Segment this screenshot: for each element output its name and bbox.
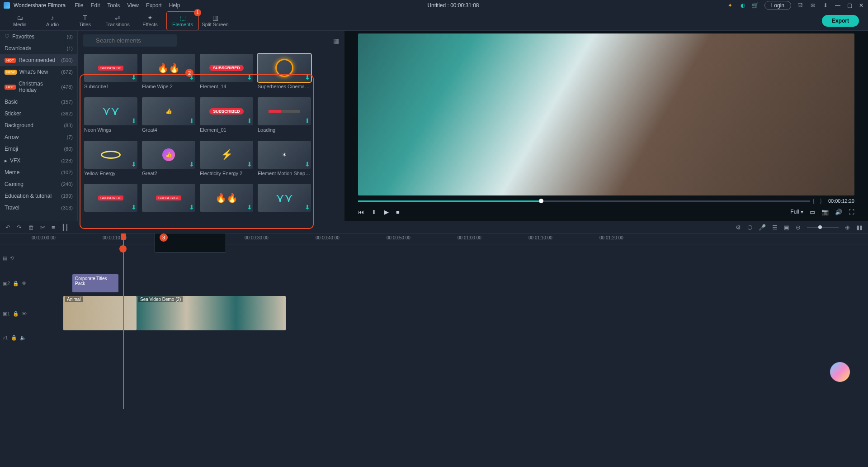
download-arrow-icon[interactable]: ⬇: [131, 161, 137, 168]
clip-video-animal[interactable]: Animal: [63, 296, 137, 330]
element-thumbnail[interactable]: ⋎⋎⬇: [258, 184, 311, 212]
download-icon[interactable]: ⬇: [822, 2, 829, 9]
clip-video-sea[interactable]: Sea Video Demo (2): [137, 296, 286, 330]
download-arrow-icon[interactable]: ⬇: [247, 117, 252, 124]
element-card[interactable]: SUBSCRIBE⬇: [142, 184, 195, 217]
element-thumbnail[interactable]: 🔥🔥⬇: [200, 184, 253, 212]
assistant-fab[interactable]: [830, 362, 850, 382]
adjust-icon[interactable]: ≡: [52, 224, 55, 231]
download-arrow-icon[interactable]: ⬇: [189, 204, 194, 211]
tab-audio[interactable]: ♪Audio: [36, 11, 69, 30]
zoom-slider[interactable]: [807, 227, 839, 228]
lock-icon[interactable]: 🔒: [11, 335, 17, 341]
element-thumbnail[interactable]: ⬇: [258, 97, 311, 125]
element-thumbnail[interactable]: 🔥🔥⬇: [142, 54, 195, 82]
download-arrow-icon[interactable]: ⬇: [131, 74, 137, 81]
track-link-icon[interactable]: ⟲: [10, 255, 14, 261]
download-arrow-icon[interactable]: ⬇: [247, 161, 252, 168]
undo-icon[interactable]: ↶: [5, 224, 10, 231]
download-arrow-icon[interactable]: ⬇: [189, 117, 194, 124]
download-arrow-icon[interactable]: ⬇: [189, 161, 194, 168]
mixer-icon[interactable]: ☰: [772, 224, 778, 231]
tab-media[interactable]: 🗂Media: [4, 11, 36, 30]
cut-handle-icon[interactable]: [119, 245, 127, 253]
element-thumbnail[interactable]: SUBSCRIBE⬇: [142, 184, 195, 212]
maximize-icon[interactable]: ▢: [846, 2, 853, 9]
sidebar-item-meme[interactable]: Meme(102): [0, 167, 77, 178]
download-arrow-icon[interactable]: ⬇: [131, 204, 137, 211]
zoom-in-icon[interactable]: ⊕: [845, 224, 850, 231]
display-icon[interactable]: ▭: [810, 209, 815, 215]
fullscreen-icon[interactable]: ⛶: [849, 209, 854, 215]
support-icon[interactable]: ◐: [739, 2, 746, 9]
element-thumbnail[interactable]: 👍⬇: [142, 97, 195, 125]
notification-icon[interactable]: ✉: [809, 2, 816, 9]
download-arrow-icon[interactable]: ⬇: [305, 74, 310, 81]
sidebar-item-basic[interactable]: Basic(157): [0, 96, 77, 108]
sidebar-item-vfx[interactable]: ▸VFX(228): [0, 155, 77, 167]
element-card[interactable]: ⬇Loading: [258, 97, 311, 136]
element-card[interactable]: SUBSCRIBE⬇: [84, 184, 137, 217]
element-thumbnail[interactable]: ✶⬇: [258, 141, 311, 169]
element-card[interactable]: SUBSCRIBED⬇Element_01: [200, 97, 253, 136]
close-icon[interactable]: ✕: [858, 2, 864, 9]
element-card[interactable]: 🔥🔥⬇: [200, 184, 253, 217]
search-input[interactable]: [83, 34, 177, 47]
element-card[interactable]: ✶⬇Element Motion Shape 6: [258, 141, 311, 180]
prev-frame-button[interactable]: ⏮: [358, 209, 364, 215]
eye-icon[interactable]: 👁: [22, 311, 27, 316]
preview-scrubber[interactable]: [358, 200, 810, 202]
menu-export[interactable]: Export: [146, 2, 162, 9]
sidebar-item-sticker[interactable]: Sticker(362): [0, 108, 77, 119]
element-card[interactable]: SUBSCRIBED⬇Element_14: [200, 54, 253, 93]
render-icon[interactable]: ⚙: [736, 224, 741, 231]
delete-icon[interactable]: 🗑: [28, 224, 34, 231]
snapshot-icon[interactable]: 📷: [821, 209, 829, 215]
track-add-icon[interactable]: ▤: [3, 255, 7, 261]
tab-transitions[interactable]: ⇄Transitions: [101, 11, 134, 30]
zoom-fit-icon[interactable]: ▮▮: [856, 224, 863, 231]
element-thumbnail[interactable]: 👍⬇: [142, 141, 195, 169]
lock-icon[interactable]: 🔒: [13, 311, 19, 317]
element-thumbnail[interactable]: SUBSCRIBED⬇: [200, 54, 253, 82]
element-card[interactable]: ⋎⋎⬇: [258, 184, 311, 217]
split-icon[interactable]: ✂: [40, 224, 45, 231]
element-thumbnail[interactable]: ⬇: [258, 54, 311, 82]
sidebar-item-background[interactable]: Background(83): [0, 119, 77, 131]
download-arrow-icon[interactable]: ⬇: [305, 117, 310, 124]
menu-tools[interactable]: Tools: [107, 2, 120, 9]
eye-icon[interactable]: 👁: [22, 281, 27, 286]
clip-title[interactable]: Corporate Titles Pack: [72, 274, 118, 292]
menu-view[interactable]: View: [127, 2, 139, 9]
download-arrow-icon[interactable]: ⬇: [305, 161, 310, 168]
marker-icon[interactable]: ⬡: [747, 224, 752, 231]
element-card[interactable]: SUBSCRIBE⬇Subscribe1: [84, 54, 137, 93]
export-button[interactable]: Export: [822, 15, 859, 27]
tab-split-screen[interactable]: ▥Split Screen: [199, 11, 231, 30]
sidebar-item-christmas-holiday[interactable]: HOTChristmas Holiday(478): [0, 78, 77, 96]
sidebar-item-emoji[interactable]: Emoji(80): [0, 143, 77, 155]
element-thumbnail[interactable]: ⬇: [84, 141, 137, 169]
tab-elements[interactable]: ⬚ Elements 1: [166, 11, 199, 30]
grid-view-icon[interactable]: ▦: [333, 37, 339, 44]
download-arrow-icon[interactable]: ⬇: [247, 204, 252, 211]
redo-icon[interactable]: ↷: [17, 224, 22, 231]
playhead[interactable]: [123, 234, 124, 409]
scrubber-handle-icon[interactable]: [539, 199, 543, 203]
lock-icon[interactable]: 🔒: [13, 281, 19, 286]
volume-icon[interactable]: 🔊: [835, 209, 842, 215]
sidebar-item-favorites[interactable]: ♡Favorites(0): [0, 31, 77, 43]
save-icon[interactable]: 🖫: [797, 2, 804, 9]
element-thumbnail[interactable]: SUBSCRIBE⬇: [84, 54, 137, 82]
download-arrow-icon[interactable]: ⬇: [305, 204, 310, 211]
tab-effects[interactable]: ✦Effects: [134, 11, 166, 30]
play-button[interactable]: ▶: [384, 209, 389, 215]
voiceover-icon[interactable]: 🎤: [759, 224, 766, 231]
element-thumbnail[interactable]: SUBSCRIBED⬇: [200, 97, 253, 125]
element-thumbnail[interactable]: ⚡⬇: [200, 141, 253, 169]
tips-icon[interactable]: ✦: [726, 2, 734, 9]
sidebar-item-education-tutorial[interactable]: Education & tutorial(199): [0, 190, 77, 202]
element-card[interactable]: ⬇Superheroes Cinematic ...: [258, 54, 311, 93]
element-card[interactable]: 👍⬇Great4: [142, 97, 195, 136]
element-card[interactable]: 👍⬇Great2: [142, 141, 195, 180]
